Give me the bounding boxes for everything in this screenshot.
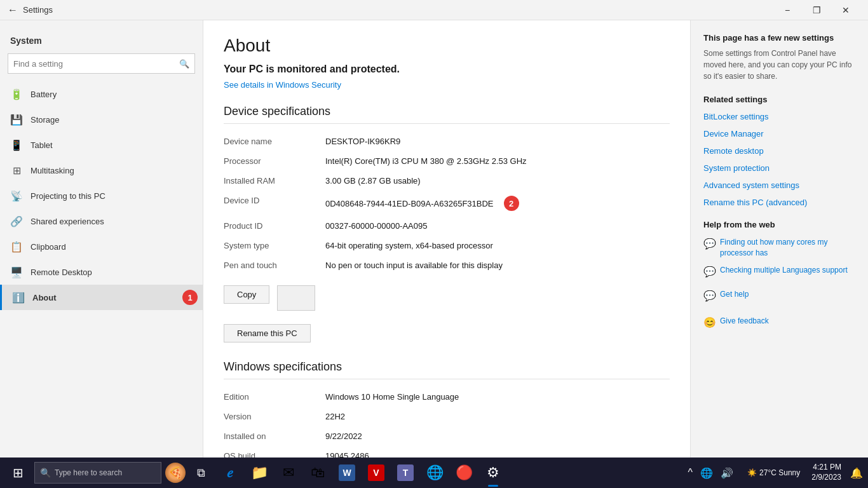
teams-icon[interactable]: T xyxy=(391,458,419,488)
pizza-icon: 🍕 xyxy=(165,463,186,483)
sidebar-item-label-tablet: Tablet xyxy=(31,140,53,150)
win-spec-label-0: Edition xyxy=(224,390,325,404)
settings-taskbar-icon[interactable]: ⚙ xyxy=(479,458,507,488)
battery-nav-icon: 🔋 xyxy=(10,88,23,100)
protected-banner: Your PC is monitored and protected. xyxy=(224,64,670,75)
taskbar-apps: ⧉ 𝑒 📁 ✉ 🛍 W V T 🌐 xyxy=(187,458,507,488)
taskbar-clock[interactable]: 4:21 PM 2/9/2023 xyxy=(806,463,846,482)
sidebar-header xyxy=(0,20,203,33)
win-spec-value-3: 19045.2486 xyxy=(325,449,670,458)
chrome-icon-2[interactable]: 🔴 xyxy=(450,458,478,488)
clock-time: 4:21 PM xyxy=(811,463,841,473)
sidebar: System 🔍 🔋Battery💾Storage📱Tablet⊞Multita… xyxy=(0,20,203,458)
antivirus-icon[interactable]: V xyxy=(362,458,390,488)
sidebar-item-battery[interactable]: 🔋Battery xyxy=(0,81,203,107)
spec-label-0: Device name xyxy=(224,134,325,149)
weather-text: 27°C Sunny xyxy=(759,468,800,477)
help-title: Help from the web xyxy=(703,220,855,229)
volume-icon[interactable]: 🔊 xyxy=(718,467,736,479)
search-icon: 🔍 xyxy=(179,59,189,69)
sidebar-item-remote[interactable]: 🖥️Remote Desktop xyxy=(0,259,203,285)
sidebar-item-label-shared: Shared experiences xyxy=(31,217,104,226)
help-link-0[interactable]: 💬Finding out how many cores my processor… xyxy=(703,237,855,259)
sidebar-item-label-clipboard: Clipboard xyxy=(31,242,66,252)
start-button[interactable]: ⊞ xyxy=(3,458,33,488)
sidebar-item-label-projecting: Projecting to this PC xyxy=(31,191,105,201)
sidebar-item-multitasking[interactable]: ⊞Multitasking xyxy=(0,158,203,183)
minimize-button[interactable]: − xyxy=(773,0,802,20)
related-link-5[interactable]: Rename this PC (advanced) xyxy=(703,198,855,207)
sidebar-item-storage[interactable]: 💾Storage xyxy=(0,107,203,132)
store-icon[interactable]: 🛍 xyxy=(304,458,332,488)
copy-button[interactable]: Copy xyxy=(224,285,269,304)
related-link-1[interactable]: Device Manager xyxy=(703,129,855,139)
spec-label-2: Installed RAM xyxy=(224,173,325,188)
sidebar-item-label-multitasking: Multitasking xyxy=(31,166,74,175)
projecting-nav-icon: 📡 xyxy=(10,189,23,202)
weather-section[interactable]: ☀️ 27°C Sunny xyxy=(742,468,805,477)
main-container: System 🔍 🔋Battery💾Storage📱Tablet⊞Multita… xyxy=(0,20,868,458)
page-title: About xyxy=(224,36,670,56)
give-feedback-label: Give feedback xyxy=(720,316,769,327)
sidebar-section-label: System xyxy=(0,33,203,51)
help-links: 💬Finding out how many cores my processor… xyxy=(703,237,855,279)
win-spec-label-1: Version xyxy=(224,409,325,424)
spec-label-6: Pen and touch xyxy=(224,258,325,273)
win-spec-value-2: 9/22/2022 xyxy=(325,429,670,444)
sidebar-item-label-remote: Remote Desktop xyxy=(31,268,92,277)
spec-label-1: Processor xyxy=(224,154,325,168)
help-link-icon-0: 💬 xyxy=(703,237,716,251)
about-nav-icon: ℹ️ xyxy=(12,291,25,304)
help-link-text-0: Finding out how many cores my processor … xyxy=(720,237,855,259)
network-icon[interactable]: 🌐 xyxy=(698,467,715,479)
mail-icon[interactable]: ✉ xyxy=(275,458,302,488)
search-box[interactable]: 🔍 xyxy=(8,53,195,74)
sidebar-item-clipboard[interactable]: 📋Clipboard xyxy=(0,234,203,259)
related-link-0[interactable]: BitLocker settings xyxy=(703,112,855,121)
titlebar-left: ← Settings xyxy=(8,4,53,16)
sidebar-item-tablet[interactable]: 📱Tablet xyxy=(0,132,203,158)
sidebar-item-about[interactable]: ℹ️About1→ xyxy=(0,285,203,310)
help-link-text-1: Checking multiple Languages support xyxy=(720,265,848,276)
chrome-icon-1[interactable]: 🌐 xyxy=(421,458,449,488)
sidebar-item-projecting[interactable]: 📡Projecting to this PC xyxy=(0,183,203,208)
sidebar-item-shared[interactable]: 🔗Shared experiences xyxy=(0,208,203,234)
related-link-2[interactable]: Remote desktop xyxy=(703,146,855,156)
sidebar-item-label-storage: Storage xyxy=(31,115,60,125)
maximize-button[interactable]: ❐ xyxy=(802,0,831,20)
give-feedback-link[interactable]: 😊 Give feedback xyxy=(703,316,855,330)
device-specs-grid: Device nameDESKTOP-IK96KR9ProcessorIntel… xyxy=(224,134,670,273)
right-panel: This page has a few new settings Some se… xyxy=(690,20,868,458)
titlebar-controls: − ❐ ✕ xyxy=(773,0,860,20)
close-button[interactable]: ✕ xyxy=(831,0,860,20)
clock-date: 2/9/2023 xyxy=(811,473,841,483)
shared-nav-icon: 🔗 xyxy=(10,215,23,227)
multitasking-nav-icon: ⊞ xyxy=(10,164,23,177)
spec-value-3: 0D408648-7944-41ED-B09A-A63265F31BDE2 xyxy=(325,193,670,214)
taskbar-search[interactable]: 🔍 Type here to search xyxy=(34,462,161,484)
edge-icon[interactable]: 𝑒 xyxy=(216,458,244,488)
notifications-icon[interactable]: 🔔 xyxy=(848,467,865,479)
spec-label-3: Device ID xyxy=(224,193,325,214)
tray-chevron-icon[interactable]: ^ xyxy=(686,467,696,478)
app-title: Settings xyxy=(23,5,53,15)
word-icon[interactable]: W xyxy=(333,458,361,488)
get-help-link[interactable]: 💬 Get help xyxy=(703,289,855,303)
back-arrow-icon[interactable]: ← xyxy=(8,4,18,16)
spec-value-6: No pen or touch input is available for t… xyxy=(325,258,670,273)
related-link-4[interactable]: Advanced system settings xyxy=(703,180,855,190)
file-explorer-icon[interactable]: 📁 xyxy=(245,458,273,488)
task-view-button[interactable]: ⧉ xyxy=(187,458,215,488)
help-link-icon-1: 💬 xyxy=(703,265,716,279)
right-panel-info-title: This page has a few new settings xyxy=(703,33,855,43)
related-link-3[interactable]: System protection xyxy=(703,163,855,173)
search-input[interactable] xyxy=(13,59,179,69)
rename-pc-button[interactable]: Rename this PC xyxy=(224,324,311,342)
help-link-1[interactable]: 💬Checking multiple Languages support xyxy=(703,265,855,279)
windows-security-link[interactable]: See details in Windows Security xyxy=(224,80,341,90)
windows-specs-grid: EditionWindows 10 Home Single LanguageVe… xyxy=(224,390,670,458)
win-spec-label-3: OS build xyxy=(224,449,325,458)
taskbar-tray: ^ 🌐 🔊 xyxy=(681,467,742,479)
spec-value-0: DESKTOP-IK96KR9 xyxy=(325,134,670,149)
content-area: About Your PC is monitored and protected… xyxy=(203,20,690,458)
